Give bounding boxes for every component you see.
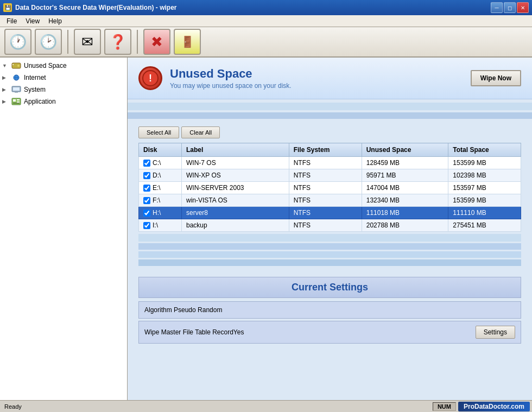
system-icon: [11, 85, 22, 94]
help-icon: ❓: [109, 34, 126, 50]
application-icon: [11, 97, 22, 106]
disk-label: C:\: [153, 159, 161, 167]
menu-bar: File View Help: [0, 15, 532, 27]
letter-icon: ✉: [81, 34, 93, 50]
clear-all-button[interactable]: Clear All: [181, 126, 220, 138]
disk-checkbox[interactable]: [143, 210, 150, 217]
header-subtitle: You may wipe unused space on your disk.: [170, 82, 292, 90]
settings-button[interactable]: Settings: [476, 326, 515, 339]
exit-icon: 🚪: [181, 35, 194, 48]
cell-disk: F:\: [139, 194, 182, 207]
cell-total: 153599 MB: [448, 157, 521, 169]
col-total: Total Space: [448, 143, 521, 157]
table-row[interactable]: D:\WIN-XP OSNTFS95971 MB102398 MB: [139, 169, 521, 182]
table-row[interactable]: H:\server8NTFS111018 MB111110 MB: [139, 207, 521, 219]
expand-icon: ▶: [2, 99, 11, 104]
disk-label: I:\: [153, 221, 158, 229]
cell-label: WIN-SERVER 2003: [182, 182, 289, 194]
toolbar-btn-1[interactable]: 🕐: [4, 29, 31, 55]
band-2: [128, 112, 532, 119]
table-area: Select All Clear All Disk Label File Sys…: [128, 121, 532, 271]
cell-fs: NTFS: [289, 194, 362, 207]
status-right: NUM ProDataDoctor.com: [433, 402, 530, 411]
close-window-button[interactable]: ✕: [517, 2, 529, 13]
header-icon: !: [138, 66, 162, 90]
clock1-icon: 🕐: [9, 34, 27, 50]
sidebar-item-application[interactable]: ▶ Application: [0, 96, 127, 107]
cell-disk: E:\: [139, 182, 182, 194]
disk-checkbox[interactable]: [143, 222, 150, 229]
cell-unused: 132340 MB: [362, 194, 448, 207]
table-row[interactable]: E:\WIN-SERVER 2003NTFS147004 MB153597 MB: [139, 182, 521, 194]
app-icon: 💾: [3, 3, 12, 12]
cell-total: 153599 MB: [448, 194, 521, 207]
cell-unused: 147004 MB: [362, 182, 448, 194]
table-row[interactable]: I:\backupNTFS202788 MB275451 MB: [139, 219, 521, 232]
window-title: Data Doctor's Secure Data Wiper(Evaluati…: [15, 4, 176, 11]
sidebar-item-system[interactable]: ▶ System: [0, 84, 127, 96]
toolbar-btn-letter[interactable]: ✉: [74, 29, 101, 55]
expand-icon: ▼: [2, 63, 11, 68]
svg-rect-8: [15, 92, 18, 93]
svg-rect-12: [17, 102, 20, 103]
expand-icon: ▶: [2, 75, 11, 80]
cell-disk: C:\: [139, 157, 182, 169]
toolbar-btn-exit[interactable]: 🚪: [174, 29, 201, 55]
cell-fs: NTFS: [289, 157, 362, 169]
table-row[interactable]: C:\WIN-7 OSNTFS128459 MB153599 MB: [139, 157, 521, 169]
toolbar-btn-2[interactable]: 🕑: [35, 29, 62, 55]
sidebar: ▼ Unused Space ▶ Internet ▶ System ▶: [0, 58, 128, 400]
svg-text:!: !: [149, 73, 152, 84]
disk-checkbox[interactable]: [143, 185, 150, 192]
minimize-button[interactable]: ─: [491, 2, 503, 13]
svg-point-1: [17, 65, 20, 67]
status-text: Ready: [2, 403, 24, 410]
disk-checkbox[interactable]: [143, 172, 150, 179]
cell-disk: I:\: [139, 219, 182, 232]
settings-area: Current Settings Algorithm Pseudo Random…: [128, 271, 532, 351]
cell-total: 153597 MB: [448, 182, 521, 194]
menu-help[interactable]: Help: [44, 16, 66, 26]
col-label: Label: [182, 143, 289, 157]
cell-disk: D:\: [139, 169, 182, 182]
clock2-icon: 🕑: [40, 34, 57, 50]
disk-checkbox[interactable]: [143, 160, 150, 167]
num-indicator: NUM: [433, 402, 456, 411]
table-row[interactable]: F:\win-VISTA OSNTFS132340 MB153599 MB: [139, 194, 521, 207]
toolbar-btn-cancel[interactable]: ✖: [143, 29, 170, 55]
empty-band-4: [138, 259, 521, 266]
svg-point-2: [12, 64, 14, 65]
cell-unused: 95971 MB: [362, 169, 448, 182]
title-bar: 💾 Data Doctor's Secure Data Wiper(Evalua…: [0, 0, 532, 15]
cancel-icon: ✖: [151, 34, 163, 50]
wipe-now-button[interactable]: Wipe Now: [471, 70, 521, 86]
setting-algorithm-label: Algorithm Pseudo Random: [144, 306, 222, 314]
cell-label: backup: [182, 219, 289, 232]
disk-label: H:\: [153, 209, 161, 217]
svg-rect-13: [13, 103, 20, 104]
disk-checkbox[interactable]: [143, 197, 150, 204]
menu-file[interactable]: File: [2, 16, 21, 26]
restore-button[interactable]: ◻: [504, 2, 516, 13]
cell-label: WIN-7 OS: [182, 157, 289, 169]
sidebar-label-application: Application: [24, 98, 56, 105]
disk-label: E:\: [153, 184, 161, 192]
harddisk-icon: [11, 61, 22, 70]
empty-band-1: [138, 234, 521, 242]
title-bar-left: 💾 Data Doctor's Secure Data Wiper(Evalua…: [3, 3, 176, 12]
sidebar-item-unused-space[interactable]: ▼ Unused Space: [0, 60, 127, 72]
select-all-button[interactable]: Select All: [138, 126, 179, 138]
disk-label: D:\: [153, 172, 161, 179]
cell-unused: 111018 MB: [362, 207, 448, 219]
internet-icon: [11, 73, 22, 82]
sidebar-item-internet[interactable]: ▶ Internet: [0, 72, 127, 84]
cell-total: 102398 MB: [448, 169, 521, 182]
cell-fs: NTFS: [289, 182, 362, 194]
cell-total: 275451 MB: [448, 219, 521, 232]
brand-badge: ProDataDoctor.com: [458, 402, 530, 411]
toolbar-separator-1: [67, 30, 68, 54]
cell-label: server8: [182, 207, 289, 219]
toolbar-btn-help[interactable]: ❓: [104, 29, 131, 55]
sidebar-label-system: System: [24, 86, 46, 93]
menu-view[interactable]: View: [21, 16, 44, 26]
